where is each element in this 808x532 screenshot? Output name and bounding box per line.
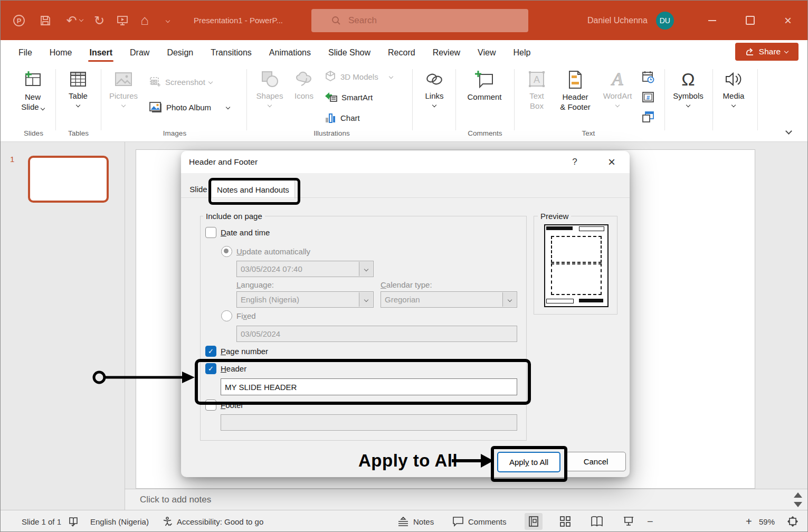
date-format-dropdown[interactable]: 03/05/2024 07:40 bbox=[236, 261, 374, 277]
tab-animations[interactable]: Animations bbox=[268, 43, 312, 63]
text-box-button[interactable]: A Text Box bbox=[521, 69, 553, 111]
group-separator bbox=[246, 69, 247, 130]
tab-view[interactable]: View bbox=[477, 43, 497, 63]
page-number-checkbox[interactable]: ✓ bbox=[205, 346, 216, 357]
tab-slide-show[interactable]: Slide Show bbox=[327, 43, 372, 63]
home-icon[interactable]: ⌂ bbox=[138, 14, 151, 27]
tab-file[interactable]: File bbox=[17, 43, 33, 63]
accessibility-status[interactable]: Accessibility: Good to go bbox=[162, 510, 263, 532]
header-input[interactable] bbox=[221, 378, 517, 395]
slide-indicator: Slide 1 of 1 bbox=[22, 510, 61, 532]
fixed-radio[interactable] bbox=[221, 310, 232, 321]
links-button[interactable]: Links bbox=[417, 69, 451, 107]
group-separator bbox=[514, 69, 515, 130]
date-time-icon bbox=[641, 70, 655, 84]
collapse-ribbon-button[interactable] bbox=[781, 123, 796, 139]
page-number-label: Page number bbox=[221, 347, 268, 356]
tab-insert[interactable]: Insert bbox=[88, 43, 113, 63]
object-button[interactable] bbox=[640, 109, 656, 125]
date-and-time-checkbox[interactable] bbox=[205, 227, 216, 238]
shapes-button[interactable]: Shapes bbox=[254, 69, 286, 107]
tab-draw[interactable]: Draw bbox=[129, 43, 150, 63]
window-title: Presentation1 - PowerP... bbox=[194, 16, 283, 25]
new-slide-button[interactable]: New Slide bbox=[12, 69, 53, 112]
wordart-button[interactable]: A WordArt bbox=[598, 69, 637, 107]
next-slide-button[interactable] bbox=[792, 500, 804, 509]
slide-sorter-view-button[interactable] bbox=[556, 513, 574, 530]
symbols-button[interactable]: Ω Symbols bbox=[669, 69, 708, 107]
normal-view-button[interactable] bbox=[525, 513, 543, 530]
slide-thumbnail[interactable] bbox=[28, 156, 109, 203]
apply-to-all-button[interactable]: Apply to All bbox=[497, 452, 560, 472]
avatar[interactable]: DU bbox=[656, 12, 674, 30]
tab-design[interactable]: Design bbox=[166, 43, 194, 63]
dialog-close-button[interactable]: × bbox=[600, 151, 623, 173]
tab-transitions[interactable]: Transitions bbox=[210, 43, 253, 63]
search-input[interactable] bbox=[347, 15, 508, 26]
share-button[interactable]: Share bbox=[735, 43, 799, 61]
photo-album-button[interactable]: Photo Album bbox=[149, 101, 230, 113]
screenshot-button[interactable]: Screenshot bbox=[149, 75, 212, 88]
smartart-button[interactable]: SmartArt bbox=[324, 91, 373, 103]
chevron-down-icon bbox=[731, 103, 736, 107]
reading-view-button[interactable] bbox=[588, 513, 606, 530]
table-button[interactable]: Table bbox=[62, 69, 94, 107]
tab-review[interactable]: Review bbox=[432, 43, 461, 63]
language-dropdown[interactable]: English (Nigeria) bbox=[236, 291, 374, 308]
footer-input[interactable] bbox=[221, 414, 517, 431]
zoom-in-button[interactable]: + bbox=[746, 510, 752, 532]
date-time-button[interactable] bbox=[640, 69, 656, 85]
powerpoint-logo-icon[interactable]: P bbox=[12, 14, 26, 27]
comments-toggle[interactable]: Comments bbox=[452, 510, 507, 532]
chevron-down-icon bbox=[76, 103, 80, 107]
previous-slide-button[interactable] bbox=[792, 491, 804, 499]
preview-label: Preview bbox=[538, 212, 571, 221]
tab-slide[interactable]: Slide bbox=[188, 181, 209, 197]
pictures-button[interactable]: Pictures bbox=[106, 69, 141, 107]
language-status[interactable]: English (Nigeria) bbox=[90, 510, 149, 532]
3d-models-button[interactable]: 3D Models bbox=[324, 70, 393, 83]
calendar-type-dropdown[interactable]: Gregorian bbox=[381, 291, 517, 308]
tab-help[interactable]: Help bbox=[512, 43, 532, 63]
maximize-button[interactable] bbox=[738, 1, 762, 40]
minimize-button[interactable] bbox=[700, 1, 724, 40]
tab-record[interactable]: Record bbox=[387, 43, 416, 63]
dialog-help-button[interactable]: ? bbox=[563, 151, 586, 173]
notes-toggle[interactable]: Notes bbox=[397, 510, 434, 532]
zoom-out-button[interactable]: − bbox=[647, 510, 653, 532]
slideshow-view-button[interactable] bbox=[620, 513, 638, 530]
header-checkbox[interactable]: ✓ bbox=[205, 363, 216, 374]
preview-page-number-bar bbox=[579, 299, 603, 302]
chart-button[interactable]: Chart bbox=[324, 111, 360, 124]
notes-pane[interactable]: Click to add notes bbox=[125, 489, 808, 510]
update-automatically-radio[interactable] bbox=[221, 246, 232, 257]
zoom-level[interactable]: 59% bbox=[759, 510, 775, 532]
3d-models-icon bbox=[324, 70, 337, 83]
search-box[interactable] bbox=[311, 9, 528, 32]
slide-number-button[interactable]: # bbox=[640, 89, 656, 105]
footer-checkbox[interactable] bbox=[205, 400, 216, 411]
quick-access-chevron-icon[interactable] bbox=[161, 14, 175, 27]
chevron-down-icon bbox=[364, 297, 368, 301]
save-icon[interactable] bbox=[39, 14, 52, 27]
undo-icon[interactable]: ↶ bbox=[64, 14, 85, 27]
group-separator bbox=[757, 69, 758, 130]
user-name[interactable]: Daniel Uchenna bbox=[587, 16, 648, 25]
header-footer-button[interactable]: Header & Footer bbox=[555, 69, 596, 112]
close-button[interactable]: × bbox=[776, 1, 800, 40]
cancel-button[interactable]: Cancel bbox=[566, 452, 626, 471]
icons-button[interactable]: Icons bbox=[290, 69, 318, 101]
comment-button[interactable]: Comment bbox=[462, 69, 507, 102]
media-button[interactable]: Media bbox=[716, 69, 751, 107]
group-separator bbox=[664, 69, 665, 130]
tab-notes-and-handouts[interactable]: Notes and Handouts bbox=[211, 180, 295, 198]
redo-icon[interactable]: ↻ bbox=[92, 14, 106, 27]
fixed-date-input[interactable]: 03/05/2024 bbox=[236, 326, 517, 342]
spell-check-button[interactable] bbox=[68, 510, 79, 532]
tab-home[interactable]: Home bbox=[49, 43, 73, 63]
fit-to-window-button[interactable] bbox=[784, 513, 802, 530]
chevron-down-icon bbox=[686, 103, 690, 107]
start-slideshow-icon[interactable] bbox=[116, 14, 129, 27]
chevron-down-icon bbox=[79, 17, 83, 21]
chevron-down-icon bbox=[785, 128, 792, 135]
